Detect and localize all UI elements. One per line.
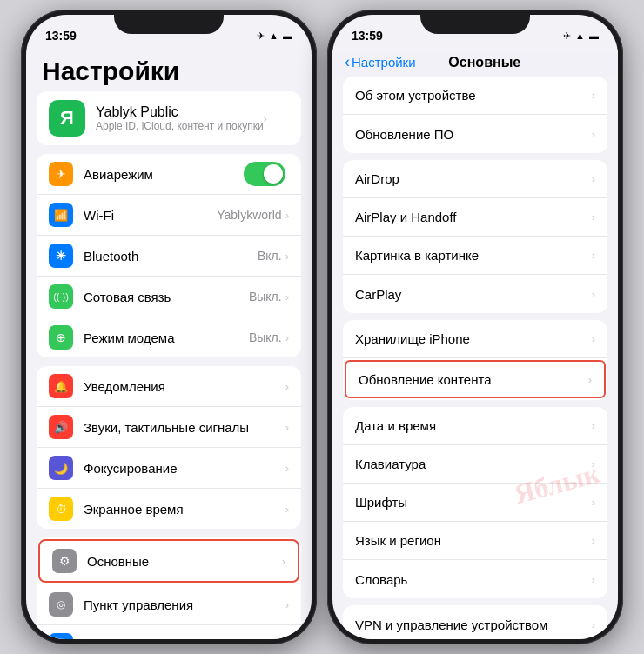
cellular-row[interactable]: ((·)) Сотовая связь Выкл. ›: [37, 277, 301, 317]
hotspot-label: Режим модема: [84, 330, 249, 345]
back-button[interactable]: ‹ Настройки: [345, 53, 416, 71]
display-label: Экран и яркость: [84, 638, 285, 640]
control-label: Пункт управления: [84, 597, 285, 612]
airplay-row[interactable]: AirPlay и Handoff ›: [343, 198, 607, 237]
airplane-row[interactable]: ✈ Авиарежим: [37, 154, 301, 195]
battery-icon: ▬: [283, 30, 292, 41]
right-phone: 13:59 ✈ ▲ ▬ ‹ Настройки Основные Яблык О…: [327, 10, 623, 644]
connectivity-section: ✈ Авиарежим 📶 Wi-Fi Yablykworld ›: [37, 154, 301, 357]
display-chevron: ›: [285, 639, 289, 640]
left-phone: 13:59 ✈ ▲ ▬ Настройки Я Yablyk Public Ap…: [21, 10, 317, 644]
carplay-label: CarPlay: [355, 287, 592, 302]
dictionary-chevron: ›: [592, 573, 595, 586]
status-icons-left: ✈ ▲ ▬: [257, 30, 292, 42]
settings-title: Настройки: [26, 50, 312, 91]
vpn-section: VPN и управление устройством ›: [343, 605, 607, 639]
keyboard-row[interactable]: Клавиатура ›: [343, 445, 607, 484]
appleid-sub: Apple ID, iCloud, контент и покупки: [96, 120, 264, 132]
time-right: 13:59: [352, 29, 383, 43]
nav-bar: ‹ Настройки Основные: [332, 50, 618, 77]
about-chevron: ›: [592, 89, 595, 102]
dictionary-label: Словарь: [355, 572, 592, 587]
appleid-section: Я Yablyk Public Apple ID, iCloud, контен…: [37, 91, 301, 145]
content-update-chevron: ›: [588, 373, 592, 386]
date-label: Дата и время: [355, 418, 592, 433]
notifications-section: 🔔 Уведомления › 🔊 Звуки, тактильные сигн…: [37, 366, 301, 529]
date-row[interactable]: Дата и время ›: [343, 407, 607, 445]
notch: [114, 10, 224, 34]
screentime-chevron: ›: [285, 503, 289, 516]
cellular-label: Сотовая связь: [84, 290, 249, 304]
about-row[interactable]: Об этом устройстве ›: [343, 77, 607, 115]
screentime-icon: ⏱: [49, 497, 73, 521]
wifi-row[interactable]: 📶 Wi-Fi Yablykworld ›: [37, 195, 301, 236]
general-settings-list: Об этом устройстве › Обновление ПО › Air…: [332, 77, 618, 639]
fonts-label: Шрифты: [355, 495, 592, 510]
update-row[interactable]: Обновление ПО ›: [343, 115, 607, 153]
display-icon: Aa: [49, 633, 73, 639]
update-label: Обновление ПО: [355, 127, 592, 142]
date-chevron: ›: [592, 419, 595, 432]
sounds-label: Звуки, тактильные сигналы: [84, 420, 285, 435]
about-section: Об этом устройстве › Обновление ПО ›: [343, 77, 607, 153]
control-row[interactable]: ◎ Пункт управления ›: [37, 584, 301, 625]
pip-row[interactable]: Картинка в картинке ›: [343, 237, 607, 275]
airdrop-row[interactable]: AirDrop ›: [343, 160, 607, 198]
dictionary-row[interactable]: Словарь ›: [343, 560, 607, 598]
appleid-info: Yablyk Public Apple ID, iCloud, контент …: [96, 104, 264, 132]
focus-row[interactable]: 🌙 Фокусирование ›: [37, 448, 301, 489]
right-screen: 13:59 ✈ ▲ ▬ ‹ Настройки Основные Яблык О…: [332, 15, 618, 639]
battery-icon-r: ▬: [589, 30, 599, 41]
pip-chevron: ›: [592, 249, 595, 262]
hotspot-chevron: ›: [285, 331, 289, 344]
general-icon: ⚙: [52, 549, 77, 573]
general-chevron: ›: [282, 555, 285, 568]
notifications-icon: 🔔: [49, 374, 73, 398]
bluetooth-chevron: ›: [285, 250, 289, 263]
time-left: 13:59: [45, 29, 77, 43]
left-screen: 13:59 ✈ ▲ ▬ Настройки Я Yablyk Public Ap…: [26, 15, 312, 639]
appleid-row[interactable]: Я Yablyk Public Apple ID, iCloud, контен…: [37, 91, 301, 145]
yablyk-logo: Я: [49, 100, 85, 137]
pip-label: Картинка в картинке: [355, 248, 592, 263]
notifications-row[interactable]: 🔔 Уведомления ›: [37, 366, 301, 407]
screentime-row[interactable]: ⏱ Экранное время ›: [37, 489, 301, 529]
airdrop-label: AirDrop: [355, 171, 592, 186]
storage-chevron: ›: [592, 332, 595, 345]
general-label: Основные: [87, 554, 282, 569]
general-section: ⚙ Основные › ◎ Пункт управления ›: [37, 537, 301, 639]
focus-chevron: ›: [285, 462, 289, 475]
general-row[interactable]: ⚙ Основные ›: [38, 539, 299, 583]
wifi-chevron: ›: [285, 209, 289, 222]
bluetooth-row-icon: ✳: [49, 244, 73, 268]
storage-row[interactable]: Хранилище iPhone ›: [343, 320, 607, 358]
content-update-row[interactable]: Обновление контента ›: [345, 360, 606, 398]
control-chevron: ›: [285, 598, 289, 611]
airplane-icon: ✈: [257, 30, 265, 42]
vpn-row[interactable]: VPN и управление устройством ›: [343, 605, 607, 639]
keyboard-label: Клавиатура: [355, 457, 592, 471]
airdrop-section: AirDrop › AirPlay и Handoff › Картинка в…: [343, 160, 607, 313]
wifi-row-icon: 📶: [49, 203, 73, 227]
back-label: Настройки: [352, 55, 416, 70]
bluetooth-row[interactable]: ✳ Bluetooth Вкл. ›: [37, 236, 301, 277]
notch-right: [420, 10, 530, 34]
date-section: Дата и время › Клавиатура › Шрифты › Язы…: [343, 407, 607, 598]
sounds-row[interactable]: 🔊 Звуки, тактильные сигналы ›: [37, 407, 301, 448]
display-row[interactable]: Aa Экран и яркость ›: [37, 625, 301, 639]
airplane-toggle[interactable]: [244, 162, 285, 186]
bluetooth-value: Вкл.: [258, 249, 282, 263]
sounds-icon: 🔊: [49, 415, 73, 439]
language-row[interactable]: Язык и регион ›: [343, 522, 607, 560]
wifi-icon: ▲: [269, 30, 278, 41]
hotspot-row-icon: ⊕: [49, 325, 73, 350]
focus-label: Фокусирование: [84, 461, 285, 476]
cellular-chevron: ›: [285, 290, 289, 304]
hotspot-row[interactable]: ⊕ Режим модема Выкл. ›: [37, 317, 301, 357]
sounds-chevron: ›: [285, 421, 289, 434]
airplane-row-icon: ✈: [49, 162, 73, 186]
carplay-row[interactable]: CarPlay ›: [343, 275, 607, 313]
airplay-label: AirPlay и Handoff: [355, 210, 592, 224]
appleid-name: Yablyk Public: [96, 104, 264, 120]
fonts-row[interactable]: Шрифты ›: [343, 484, 607, 522]
